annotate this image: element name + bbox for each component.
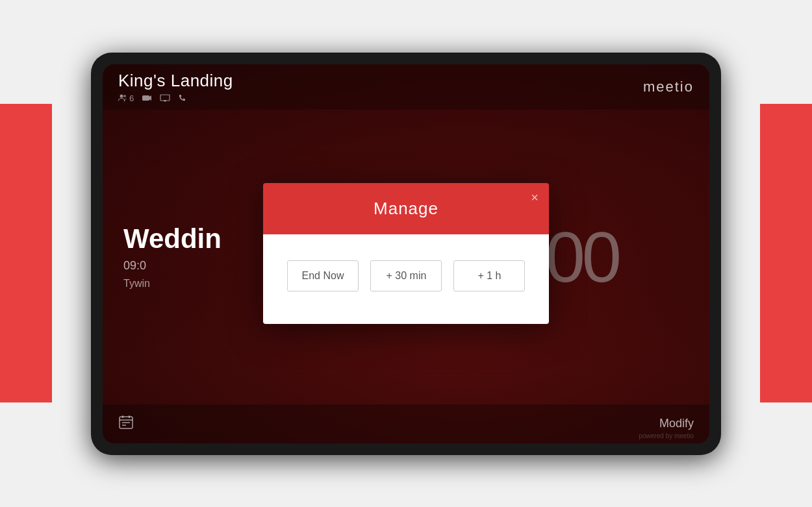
modal-close-button[interactable]: × — [531, 191, 539, 204]
end-now-button[interactable]: End Now — [287, 260, 359, 291]
modal-overlay: Manage × End Now + 30 min + 1 h — [103, 64, 709, 443]
modal-header: Manage × — [263, 183, 549, 234]
modal-body: End Now + 30 min + 1 h — [263, 234, 549, 324]
tablet-device: King's Landing 6 — [91, 53, 721, 455]
plus-1h-button[interactable]: + 1 h — [453, 260, 525, 291]
plus-30-min-button[interactable]: + 30 min — [370, 260, 442, 291]
tablet-screen: King's Landing 6 — [103, 64, 709, 443]
modal-title: Manage — [374, 199, 438, 219]
side-bar-left — [0, 104, 52, 402]
manage-modal: Manage × End Now + 30 min + 1 h — [263, 183, 549, 324]
side-bar-right — [760, 104, 812, 402]
